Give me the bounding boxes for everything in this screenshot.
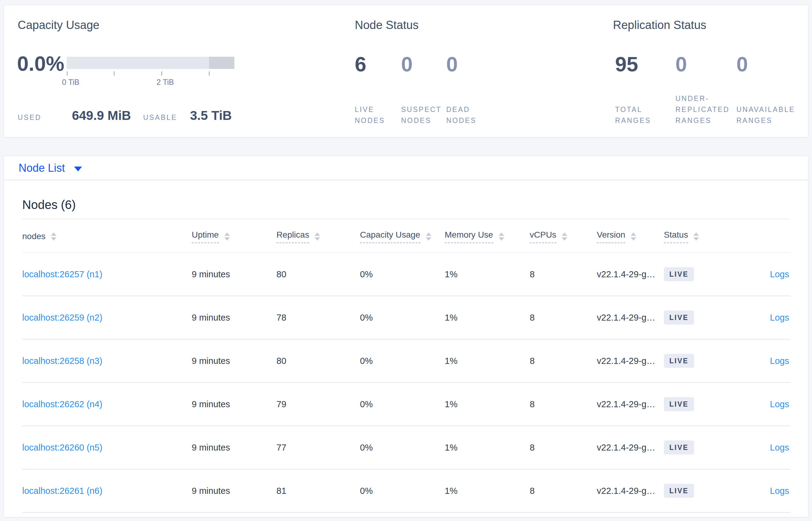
sort-icon [499, 232, 504, 241]
replication-status-title: Replication Status [613, 18, 706, 32]
column-header-vcpus[interactable]: vCPUs [530, 219, 597, 253]
vcpus-cell: 8 [530, 253, 597, 296]
live-nodes-label: LIVE NODES [355, 104, 395, 126]
replicas-cell: 80 [277, 339, 360, 383]
capacity-tick-0 [67, 71, 68, 76]
node-link[interactable]: localhost:26258 (n3) [22, 356, 102, 366]
live-nodes-stat: 6 LIVE NODES [355, 53, 395, 126]
vcpus-cell: 8 [530, 383, 597, 426]
status-badge: LIVE [664, 311, 694, 324]
under-replicated-ranges-stat: 0 UNDER-REPLICATED RANGES [675, 53, 736, 126]
status-badge: LIVE [664, 354, 694, 368]
version-cell: v22.1.4-29-g… [597, 253, 664, 296]
vcpus-cell: 8 [530, 339, 597, 383]
usable-label: USABLE [143, 113, 177, 122]
capacity-cell: 0% [360, 296, 445, 339]
memory-cell: 1% [445, 383, 530, 426]
capacity-cell: 0% [360, 383, 445, 426]
column-header-status[interactable]: Status [664, 219, 742, 253]
nodes-heading: Nodes (6) [22, 197, 790, 212]
table-row: localhost:26257 (n1) 9 minutes 80 0% 1% … [22, 253, 790, 296]
logs-link[interactable]: Logs [770, 269, 789, 279]
memory-cell: 1% [445, 469, 530, 513]
table-row: localhost:26259 (n2) 9 minutes 78 0% 1% … [22, 296, 790, 339]
uptime-cell: 9 minutes [192, 426, 277, 469]
dead-nodes-value: 0 [446, 53, 458, 75]
suspect-nodes-value: 0 [401, 53, 413, 75]
memory-cell: 1% [445, 339, 530, 383]
usable-value: 3.5 TiB [190, 108, 232, 123]
table-row: localhost:26261 (n6) 9 minutes 81 0% 1% … [22, 469, 790, 513]
logs-link[interactable]: Logs [770, 313, 789, 322]
nodes-table-card: Nodes (6) nodes Uptime [4, 180, 808, 517]
capacity-cell: 0% [360, 339, 445, 383]
version-cell: v22.1.4-29-g… [597, 469, 664, 513]
column-header-replicas[interactable]: Replicas [277, 219, 360, 253]
total-ranges-label: TOTAL RANGES [615, 104, 667, 126]
dead-nodes-stat: 0 DEAD NODES [446, 53, 486, 126]
version-cell: v22.1.4-29-g… [597, 383, 664, 426]
sort-icon [693, 232, 699, 241]
suspect-nodes-label: SUSPECT NODES [401, 104, 444, 126]
version-cell: v22.1.4-29-g… [597, 296, 664, 339]
logs-link[interactable]: Logs [770, 486, 789, 496]
uptime-cell: 9 minutes [192, 383, 277, 426]
capacity-bar-other-segment [209, 57, 234, 69]
unavailable-ranges-value: 0 [736, 53, 748, 75]
uptime-cell: 9 minutes [192, 469, 277, 513]
sort-icon [51, 232, 56, 241]
table-row: localhost:26258 (n3) 9 minutes 80 0% 1% … [22, 339, 790, 383]
memory-cell: 1% [445, 296, 530, 339]
status-badge: LIVE [664, 267, 694, 281]
version-cell: v22.1.4-29-g… [597, 339, 664, 383]
column-header-nodes[interactable]: nodes [22, 219, 192, 253]
sort-icon [315, 232, 320, 241]
unavailable-ranges-label: UNAVAILABLE RANGES [736, 104, 805, 126]
logs-link[interactable]: Logs [770, 443, 789, 452]
column-header-capacity-usage[interactable]: Capacity Usage [360, 219, 445, 253]
capacity-cell: 0% [360, 469, 445, 513]
replicas-cell: 78 [277, 296, 360, 339]
node-link[interactable]: localhost:26260 (n5) [22, 443, 102, 452]
column-header-memory-use[interactable]: Memory Use [445, 219, 530, 253]
logs-link[interactable]: Logs [770, 399, 789, 409]
replicas-cell: 80 [277, 253, 360, 296]
column-header-version[interactable]: Version [597, 219, 664, 253]
vcpus-cell: 8 [530, 469, 597, 513]
uptime-cell: 9 minutes [192, 339, 277, 383]
under-replicated-ranges-value: 0 [675, 53, 687, 75]
total-ranges-value: 95 [615, 53, 638, 75]
capacity-tick-3 [209, 71, 210, 76]
capacity-stats: USED 649.9 MiB USABLE 3.5 TiB [18, 108, 232, 123]
memory-cell: 1% [445, 426, 530, 469]
capacity-cell: 0% [360, 426, 445, 469]
node-link[interactable]: localhost:26257 (n1) [22, 269, 102, 279]
dead-nodes-label: DEAD NODES [446, 104, 486, 126]
status-badge: LIVE [664, 484, 694, 498]
replicas-cell: 77 [277, 426, 360, 469]
used-label: USED [18, 113, 42, 122]
unavailable-ranges-stat: 0 UNAVAILABLE RANGES [736, 53, 805, 126]
column-header-uptime[interactable]: Uptime [192, 219, 277, 253]
memory-cell: 1% [445, 253, 530, 296]
table-row: localhost:26262 (n4) 9 minutes 79 0% 1% … [22, 383, 790, 426]
capacity-tick-1 [114, 71, 115, 76]
uptime-cell: 9 minutes [192, 253, 277, 296]
nodes-table: nodes Uptime Replicas [22, 219, 790, 513]
chevron-down-icon [74, 166, 82, 172]
capacity-usage-title: Capacity Usage [18, 18, 99, 32]
capacity-cell: 0% [360, 253, 445, 296]
status-badge: LIVE [664, 397, 694, 411]
logs-link[interactable]: Logs [770, 356, 789, 366]
node-link[interactable]: localhost:26261 (n6) [22, 486, 102, 496]
vcpus-cell: 8 [530, 426, 597, 469]
node-list-dropdown[interactable]: Node List [19, 162, 82, 175]
capacity-percent: 0.0% [17, 51, 64, 76]
node-link[interactable]: localhost:26259 (n2) [22, 313, 102, 322]
capacity-tick-2 [161, 71, 162, 76]
capacity-tick-label-0: 0 TiB [62, 78, 79, 87]
used-value: 649.9 MiB [72, 108, 131, 123]
sort-icon [426, 232, 431, 241]
uptime-cell: 9 minutes [192, 296, 277, 339]
node-link[interactable]: localhost:26262 (n4) [22, 399, 102, 409]
